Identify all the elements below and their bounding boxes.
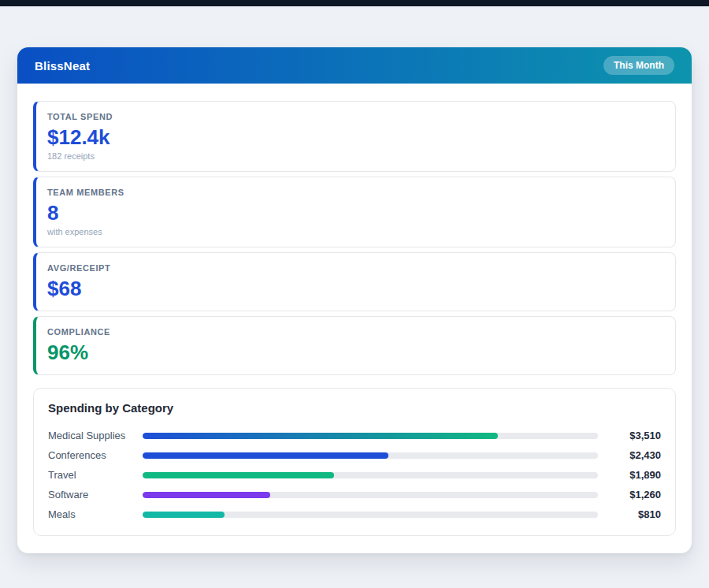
section-title: Spending by Category [48, 401, 661, 415]
stat-label: AVG/RECEIPT [47, 263, 663, 273]
stat-sublabel: 182 receipts [47, 151, 663, 161]
spending-by-category-section: Spending by Category Medical Supplies$3,… [33, 388, 676, 536]
category-bar-fill [143, 452, 388, 459]
category-bar-track [143, 472, 598, 478]
stat-value: $12.4k [47, 125, 663, 149]
category-row: Medical Supplies$3,510 [48, 426, 661, 445]
category-bar-track [143, 492, 598, 498]
stats-list: TOTAL SPEND$12.4k182 receiptsTEAM MEMBER… [33, 101, 676, 375]
top-accent-bar [0, 0, 709, 6]
category-bar-fill [143, 472, 334, 478]
category-amount: $2,430 [606, 449, 661, 461]
stat-value: 96% [47, 341, 663, 364]
category-label: Medical Supplies [48, 430, 143, 441]
category-row: Conferences$2,430 [48, 445, 661, 465]
category-bar-track [143, 433, 598, 439]
category-label: Conferences [48, 449, 143, 461]
category-label: Software [48, 489, 143, 501]
stat-value: 8 [47, 201, 663, 225]
stat-card-total-spend: TOTAL SPEND$12.4k182 receipts [33, 101, 676, 172]
category-amount: $1,260 [606, 489, 661, 501]
stat-sublabel: with expenses [47, 227, 663, 236]
category-row: Software$1,260 [48, 485, 661, 504]
category-label: Meals [48, 508, 143, 520]
category-label: Travel [48, 469, 143, 481]
category-amount: $810 [606, 508, 661, 520]
stat-label: TEAM MEMBERS [47, 188, 663, 197]
category-bar-fill [143, 492, 270, 498]
category-amount: $3,510 [606, 430, 661, 441]
category-row: Meals$810 [48, 504, 661, 524]
category-bar-track [143, 452, 598, 459]
stat-value: $68 [47, 277, 663, 300]
category-bar-fill [143, 512, 225, 518]
category-row: Travel$1,890 [48, 465, 661, 485]
period-badge[interactable]: This Month [603, 56, 674, 75]
stat-label: TOTAL SPEND [47, 112, 663, 121]
stat-card-team-members: TEAM MEMBERS8with expenses [33, 177, 676, 247]
category-rows: Medical Supplies$3,510Conferences$2,430T… [48, 426, 661, 524]
app-title: BlissNeat [35, 59, 90, 73]
card-body: TOTAL SPEND$12.4k182 receiptsTEAM MEMBER… [17, 84, 692, 553]
category-bar-fill [143, 433, 498, 439]
category-bar-track [143, 512, 598, 518]
category-amount: $1,890 [606, 469, 661, 481]
dashboard-card: BlissNeat This Month TOTAL SPEND$12.4k18… [17, 47, 692, 553]
stat-card-avg-receipt: AVG/RECEIPT$68 [33, 252, 676, 311]
stat-label: COMPLIANCE [47, 327, 663, 337]
card-header: BlissNeat This Month [17, 47, 692, 84]
stat-card-compliance: COMPLIANCE96% [33, 316, 676, 375]
